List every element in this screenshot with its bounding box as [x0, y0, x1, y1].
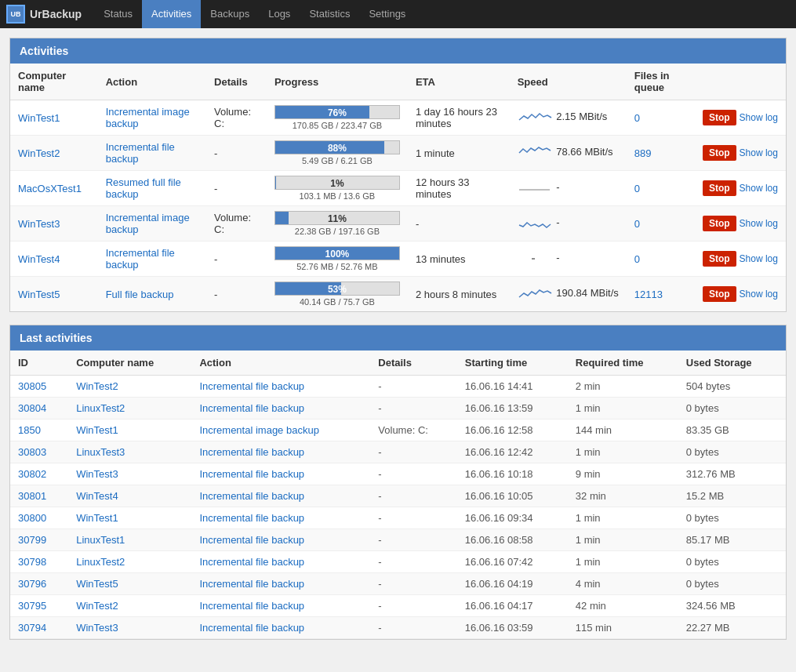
activity-progress: 11% 22.38 GB / 197.16 GB [267, 206, 408, 242]
id-link[interactable]: 30798 [18, 556, 46, 568]
show-log-button[interactable]: Show log [740, 112, 778, 123]
activity-computer: WinTest1 [10, 100, 98, 136]
id-link[interactable]: 30802 [18, 468, 46, 480]
id-link[interactable]: 30796 [18, 578, 46, 590]
stop-button[interactable]: Stop [703, 251, 736, 267]
action-link[interactable]: Incremental image backup [106, 106, 190, 129]
comp-link[interactable]: LinuxTest2 [76, 402, 125, 414]
comp-link[interactable]: LinuxTest2 [76, 556, 125, 568]
show-log-button[interactable]: Show log [740, 253, 778, 264]
last-computer: WinTest3 [68, 617, 191, 639]
last-starting: 16.06.16 04:17 [457, 595, 568, 617]
last-storage: 85.17 MB [678, 529, 786, 551]
show-log-button[interactable]: Show log [740, 289, 778, 300]
nav-settings[interactable]: Settings [359, 0, 415, 28]
last-required: 1 min [568, 551, 678, 573]
id-link[interactable]: 30794 [18, 622, 46, 634]
action-link[interactable]: Resumed full file backup [106, 176, 181, 200]
show-log-button[interactable]: Show log [740, 218, 778, 229]
activity-details: - [206, 242, 267, 277]
activity-actions: StopShow log [695, 100, 786, 136]
last-storage: 324.56 MB [678, 595, 786, 617]
comp-link[interactable]: WinTest5 [76, 578, 118, 590]
last-required: 1 min [568, 529, 678, 551]
files-queue-link[interactable]: 0 [634, 218, 640, 230]
show-log-button[interactable]: Show log [740, 147, 778, 158]
files-queue-link[interactable]: 0 [634, 112, 640, 124]
comp-link[interactable]: WinTest2 [76, 380, 118, 392]
last-action: Incremental image backup [191, 420, 370, 441]
show-log-button[interactable]: Show log [740, 183, 778, 194]
stop-button[interactable]: Stop [703, 286, 736, 302]
last-col-details: Details [370, 351, 456, 376]
stop-button[interactable]: Stop [703, 216, 736, 231]
id-link[interactable]: 30801 [18, 490, 46, 502]
nav-status[interactable]: Status [94, 0, 142, 28]
id-link[interactable]: 30800 [18, 512, 46, 524]
nav-statistics[interactable]: Statistics [300, 0, 359, 28]
activity-speed: 2.15 MBit/s [510, 100, 627, 136]
comp-link[interactable]: WinTest1 [76, 512, 118, 524]
last-required: 144 min [568, 420, 678, 441]
comp-link[interactable]: LinuxTest3 [76, 446, 125, 458]
id-link[interactable]: 30795 [18, 600, 46, 612]
progress-text: 76% [275, 106, 399, 120]
last-storage: 0 bytes [678, 441, 786, 463]
files-queue-link[interactable]: 12113 [634, 289, 663, 300]
files-queue-link[interactable]: 0 [634, 253, 640, 265]
last-starting: 16.06.16 07:42 [457, 551, 568, 573]
files-queue-link[interactable]: 0 [634, 183, 640, 194]
progress-text: 53% [275, 282, 399, 296]
last-details: - [370, 529, 456, 551]
computer-link[interactable]: WinTest1 [18, 112, 60, 124]
computer-link[interactable]: WinTest5 [18, 289, 60, 300]
last-activities-section: Last activities ID Computer name Action … [9, 325, 787, 640]
id-link[interactable]: 30805 [18, 380, 46, 392]
computer-link[interactable]: WinTest4 [18, 253, 60, 265]
computer-link[interactable]: WinTest3 [18, 218, 60, 230]
last-storage: 0 bytes [678, 398, 786, 420]
brand-icon: UB [6, 5, 25, 24]
computer-link[interactable]: WinTest2 [18, 147, 60, 159]
computer-link[interactable]: MacOsXTest1 [18, 183, 82, 194]
comp-link[interactable]: WinTest4 [76, 490, 118, 502]
activity-details: - [206, 277, 267, 312]
nav-activities[interactable]: Activities [142, 0, 201, 28]
activity-details: - [206, 171, 267, 206]
last-computer: WinTest2 [68, 595, 191, 617]
activity-action: Resumed full file backup [98, 171, 206, 206]
action-link[interactable]: Full file backup [106, 289, 174, 300]
nav-backups[interactable]: Backups [201, 0, 259, 28]
last-activity-row: 30803 LinuxTest3 Incremental file backup… [10, 441, 786, 463]
id-link[interactable]: 30799 [18, 534, 46, 546]
last-action: Incremental file backup [191, 617, 370, 639]
last-computer: WinTest1 [68, 507, 191, 529]
nav-logs[interactable]: Logs [259, 0, 300, 28]
comp-link[interactable]: WinTest2 [76, 600, 118, 612]
last-id: 30802 [10, 463, 68, 485]
stop-button[interactable]: Stop [703, 145, 736, 161]
id-link[interactable]: 30803 [18, 446, 46, 458]
action-link[interactable]: Incremental file backup [106, 247, 175, 271]
stop-button[interactable]: Stop [703, 180, 736, 196]
sparkline-icon [518, 252, 554, 263]
id-link[interactable]: 30804 [18, 402, 46, 414]
comp-link[interactable]: LinuxTest1 [76, 534, 125, 546]
last-storage: 504 bytes [678, 376, 786, 398]
id-link[interactable]: 1850 [18, 424, 41, 436]
action-link[interactable]: Incremental image backup [106, 212, 190, 235]
speed-value: 78.66 MBit/s [556, 146, 612, 158]
stop-button[interactable]: Stop [703, 110, 736, 125]
activity-progress: 100% 52.76 MB / 52.76 MB [267, 242, 408, 277]
last-activities-body: ID Computer name Action Details Starting… [10, 351, 786, 639]
col-actions [695, 64, 786, 100]
files-queue-link[interactable]: 889 [634, 147, 652, 159]
last-id: 30795 [10, 595, 68, 617]
action-link[interactable]: Incremental file backup [106, 141, 175, 165]
activity-progress: 53% 40.14 GB / 75.7 GB [267, 277, 408, 312]
last-details: - [370, 485, 456, 507]
col-computer: Computer name [10, 64, 98, 100]
comp-link[interactable]: WinTest3 [76, 622, 118, 634]
comp-link[interactable]: WinTest3 [76, 468, 118, 480]
comp-link[interactable]: WinTest1 [76, 424, 118, 436]
